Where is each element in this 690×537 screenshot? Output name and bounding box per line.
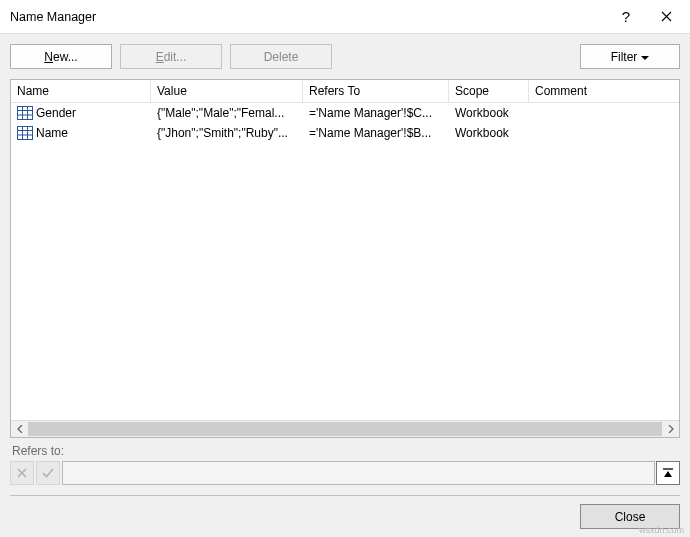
title-bar: Name Manager ? [0,0,690,34]
x-icon [16,467,28,479]
edit-button: Edit... [120,44,222,69]
attribution: wsxdn.com [639,525,684,535]
refers-to-label: Refers to: [12,444,680,458]
scroll-left-arrow[interactable] [11,421,28,437]
column-header-refers[interactable]: Refers To [303,80,449,102]
check-icon [41,467,55,479]
defined-name-icon [17,106,33,120]
column-header-comment[interactable]: Comment [529,80,679,102]
svg-rect-0 [18,107,33,120]
row-value: {"Jhon";"Smith";"Ruby"... [151,126,303,140]
svg-rect-5 [18,127,33,140]
defined-name-icon [17,126,33,140]
toolbar: New... Edit... Delete Filter [10,44,680,69]
row-refers: ='Name Manager'!$B... [303,126,449,140]
row-scope: Workbook [449,126,529,140]
row-scope: Workbook [449,106,529,120]
scroll-thumb[interactable] [28,422,662,436]
separator [10,495,680,496]
delete-button: Delete [230,44,332,69]
row-refers: ='Name Manager'!$C... [303,106,449,120]
window-title: Name Manager [10,10,606,24]
footer: Close [10,504,680,529]
scroll-right-arrow[interactable] [662,421,679,437]
filter-button[interactable]: Filter [580,44,680,69]
cancel-edit-button [10,461,34,485]
close-window-button[interactable] [646,3,686,31]
column-header-scope[interactable]: Scope [449,80,529,102]
names-list: Name Value Refers To Scope Comment [10,79,680,438]
list-row[interactable]: Name {"Jhon";"Smith";"Ruby"... ='Name Ma… [11,123,679,143]
column-header-name[interactable]: Name [11,80,151,102]
confirm-edit-button [36,461,60,485]
list-body: Gender {"Male";"Male";"Femal... ='Name M… [11,103,679,420]
dialog-content: New... Edit... Delete Filter Name Value … [0,34,690,537]
column-header-value[interactable]: Value [151,80,303,102]
close-icon [661,11,672,22]
row-value: {"Male";"Male";"Femal... [151,106,303,120]
list-header: Name Value Refers To Scope Comment [11,80,679,103]
range-select-icon [662,467,674,479]
list-row[interactable]: Gender {"Male";"Male";"Femal... ='Name M… [11,103,679,123]
refers-to-input[interactable] [62,461,655,485]
refers-to-row [10,461,680,485]
new-button[interactable]: New... [10,44,112,69]
horizontal-scrollbar[interactable] [11,420,679,437]
row-name: Name [36,126,68,140]
chevron-down-icon [641,50,649,64]
scroll-track[interactable] [28,421,662,437]
help-button[interactable]: ? [606,3,646,31]
collapse-dialog-button[interactable] [656,461,680,485]
row-name: Gender [36,106,76,120]
